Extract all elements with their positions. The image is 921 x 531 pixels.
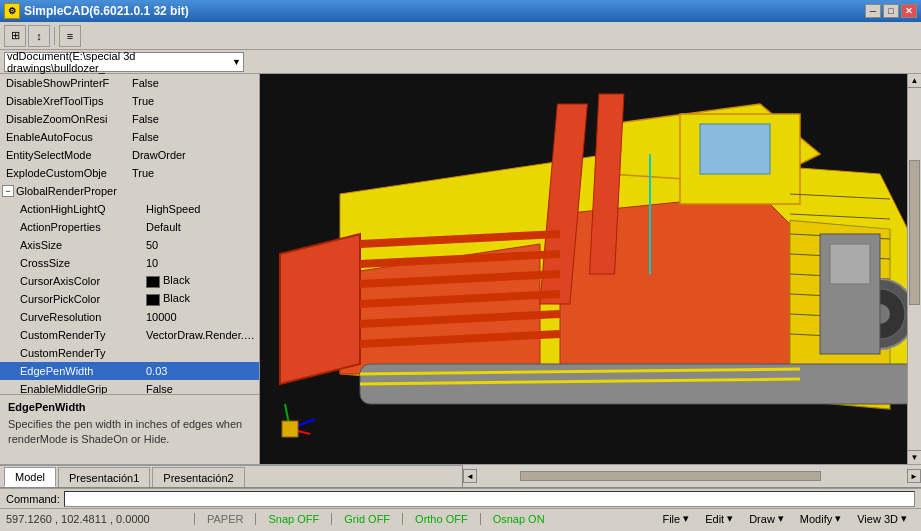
toolbar: ⊞ ↕ ≡ [0, 22, 921, 50]
prop-row-3[interactable]: EnableAutoFocus False [0, 128, 259, 146]
status-paper[interactable]: PAPER [203, 513, 247, 525]
status-sep-1 [194, 513, 195, 525]
prop-row-11[interactable]: CursorAxisColor Black [0, 272, 259, 290]
prop-row-14[interactable]: CustomRenderTy VectorDraw.Render.Op [0, 326, 259, 344]
prop-name-17: EnableMiddleGrip [16, 383, 146, 394]
prop-name-15: CustomRenderTy [16, 347, 146, 359]
menu-view3d[interactable]: View 3D ▾ [849, 510, 915, 528]
status-osnap[interactable]: Osnap ON [489, 513, 549, 525]
window-title: SimpleCAD(6.6021.0.1 32 bit) [24, 4, 189, 18]
status-ortho[interactable]: Ortho OFF [411, 513, 472, 525]
prop-name-8: ActionProperties [16, 221, 146, 233]
group-expand-icon[interactable]: − [2, 185, 14, 197]
status-snap[interactable]: Snap OFF [264, 513, 323, 525]
maximize-button[interactable]: □ [883, 4, 899, 18]
main-content: DisableShowPrinterF False DisableXrefToo… [0, 74, 921, 464]
h-scroll-thumb[interactable] [520, 471, 821, 481]
tab-presentacion2[interactable]: Presentación2 [152, 467, 244, 487]
prop-row-16[interactable]: EdgePenWidth 0.03 [0, 362, 259, 380]
cursor-axis-color-swatch [146, 276, 160, 288]
prop-name-14: CustomRenderTy [16, 329, 146, 341]
prop-name-10: CrossSize [16, 257, 146, 269]
prop-value-0: False [132, 77, 257, 89]
prop-row-12[interactable]: CursorPickColor Black [0, 290, 259, 308]
prop-group-globalrender[interactable]: − GlobalRenderProper [0, 182, 259, 200]
menu-view3d-label: View 3D [857, 513, 898, 525]
prop-row-0[interactable]: DisableShowPrinterF False [0, 74, 259, 92]
h-scrollbar: ◄ ► [462, 465, 921, 487]
path-dropdown-arrow[interactable]: ▼ [232, 57, 241, 67]
toolbar-separator [54, 27, 55, 45]
prop-name-9: AxisSize [16, 239, 146, 251]
svg-marker-22 [280, 234, 360, 384]
prop-name-1: DisableXrefToolTips [2, 95, 132, 107]
v-scrollbar[interactable]: ▲ ▼ [907, 74, 921, 464]
menu-modify-arrow: ▾ [835, 512, 841, 525]
svg-rect-30 [830, 244, 870, 284]
prop-name-13: CurveResolution [16, 311, 146, 323]
scroll-right-btn[interactable]: ► [907, 469, 921, 483]
path-combo[interactable]: vdDocument(E:\special 3d drawings\bulldo… [4, 52, 244, 72]
property-list: DisableShowPrinterF False DisableXrefToo… [0, 74, 259, 394]
prop-row-2[interactable]: DisableZoomOnResi False [0, 110, 259, 128]
menu-modify[interactable]: Modify ▾ [792, 510, 849, 528]
scroll-left-btn[interactable]: ◄ [463, 469, 477, 483]
cad-viewport[interactable]: ▲ ▼ [260, 74, 921, 464]
title-bar: ⚙ SimpleCAD(6.6021.0.1 32 bit) ─ □ ✕ [0, 0, 921, 22]
scroll-thumb[interactable] [909, 160, 920, 305]
prop-row-7[interactable]: ActionHighLightQ HighSpeed [0, 200, 259, 218]
prop-name-3: EnableAutoFocus [2, 131, 132, 143]
tab-bar: Model Presentación1 Presentación2 [0, 465, 462, 487]
prop-row-8[interactable]: ActionProperties Default [0, 218, 259, 236]
prop-row-10[interactable]: CrossSize 10 [0, 254, 259, 272]
cursor-pick-color-swatch [146, 294, 160, 306]
app-icon: ⚙ [4, 3, 20, 19]
minimize-button[interactable]: ─ [865, 4, 881, 18]
menu-edit-label: Edit [705, 513, 724, 525]
property-scroll-container: DisableShowPrinterF False DisableXrefToo… [0, 74, 259, 394]
svg-rect-36 [282, 421, 298, 437]
scroll-down-btn[interactable]: ▼ [908, 450, 921, 464]
tab-model-label: Model [15, 471, 45, 483]
tab-model[interactable]: Model [4, 467, 56, 487]
bottom-panel: Command: 597.1260 , 102.4811 , 0.0000 PA… [0, 487, 921, 528]
toolbar-btn-1[interactable]: ⊞ [4, 25, 26, 47]
prop-row-13[interactable]: CurveResolution 10000 [0, 308, 259, 326]
prop-group-label: GlobalRenderProper [16, 185, 117, 197]
scroll-track [908, 88, 921, 450]
h-scroll-track [477, 471, 907, 481]
prop-row-1[interactable]: DisableXrefToolTips True [0, 92, 259, 110]
prop-name-16: EdgePenWidth [16, 365, 146, 377]
title-controls[interactable]: ─ □ ✕ [865, 4, 917, 18]
menu-file[interactable]: File ▾ [654, 510, 697, 528]
tab-presentacion1[interactable]: Presentación1 [58, 467, 150, 487]
menu-file-arrow: ▾ [683, 512, 689, 525]
prop-row-5[interactable]: ExplodeCustomObje True [0, 164, 259, 182]
scroll-up-btn[interactable]: ▲ [908, 74, 921, 88]
command-label: Command: [6, 493, 60, 505]
command-input[interactable] [64, 491, 915, 507]
prop-row-17[interactable]: EnableMiddleGrip False [0, 380, 259, 394]
prop-row-4[interactable]: EntitySelectMode DrawOrder [0, 146, 259, 164]
prop-name-5: ExplodeCustomObje [2, 167, 132, 179]
title-bar-left: ⚙ SimpleCAD(6.6021.0.1 32 bit) [4, 3, 189, 19]
menu-draw[interactable]: Draw ▾ [741, 510, 792, 528]
description-panel: EdgePenWidth Specifies the pen width in … [0, 394, 259, 464]
property-list-scroll[interactable]: DisableShowPrinterF False DisableXrefToo… [0, 74, 259, 394]
prop-name-11: CursorAxisColor [16, 275, 146, 287]
path-value: vdDocument(E:\special 3d drawings\bulldo… [7, 50, 232, 74]
prop-value-14: VectorDraw.Render.Op [146, 329, 257, 341]
menu-edit[interactable]: Edit ▾ [697, 510, 741, 528]
toolbar-btn-sort[interactable]: ↕ [28, 25, 50, 47]
desc-text: Specifies the pen width in inches of edg… [8, 417, 251, 448]
close-button[interactable]: ✕ [901, 4, 917, 18]
prop-value-11: Black [146, 274, 257, 287]
prop-row-9[interactable]: AxisSize 50 [0, 236, 259, 254]
tab-presentacion1-label: Presentación1 [69, 472, 139, 484]
toolbar-btn-3[interactable]: ≡ [59, 25, 81, 47]
status-grid[interactable]: Grid OFF [340, 513, 394, 525]
prop-value-8: Default [146, 221, 257, 233]
prop-row-15[interactable]: CustomRenderTy [0, 344, 259, 362]
status-sep-3 [331, 513, 332, 525]
svg-rect-6 [700, 124, 770, 174]
